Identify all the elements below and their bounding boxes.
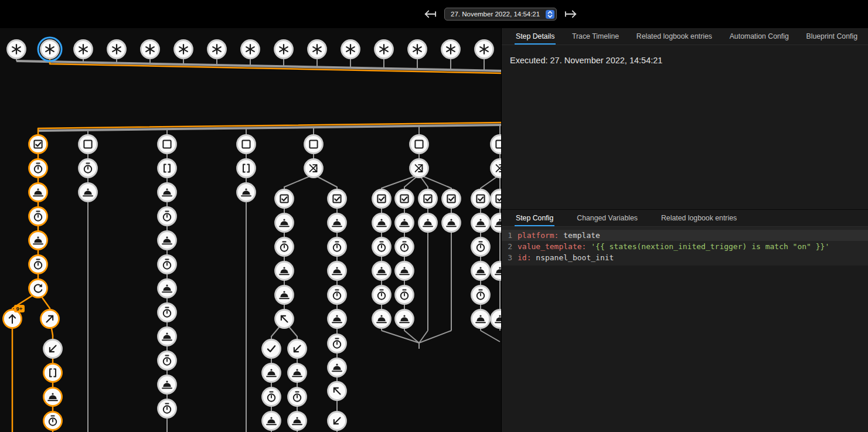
node-service-bell[interactable] <box>396 214 414 232</box>
trigger-node[interactable] <box>241 40 260 59</box>
node-service-bell[interactable] <box>328 310 346 328</box>
node-service-bell[interactable] <box>237 183 256 202</box>
node-service-bell[interactable] <box>79 183 97 202</box>
tab-step-config[interactable]: Step Config <box>515 210 554 226</box>
tab-related-logbook-entries-bottom[interactable]: Related logbook entries <box>660 210 738 226</box>
node-brackets[interactable] <box>237 159 256 178</box>
node-timer[interactable] <box>328 286 346 304</box>
node-service-bell[interactable] <box>263 364 281 382</box>
node-timer[interactable] <box>396 238 414 256</box>
node-service-bell[interactable] <box>328 359 346 377</box>
trigger-node[interactable] <box>342 40 360 59</box>
node-arrow-top-right[interactable] <box>41 310 59 328</box>
node-service-bell[interactable] <box>29 232 47 250</box>
node-arrow-bottom-left[interactable] <box>288 340 307 358</box>
node-service-bell[interactable] <box>472 214 490 232</box>
node-choose[interactable] <box>410 159 428 178</box>
node-timer[interactable] <box>158 352 176 370</box>
tab-changed-variables[interactable]: Changed Variables <box>576 210 639 226</box>
node-service-bell[interactable] <box>288 412 307 430</box>
node-check[interactable] <box>263 340 281 358</box>
node-service-bell[interactable] <box>158 376 176 394</box>
node-service-bell[interactable] <box>275 286 294 304</box>
node-timer[interactable] <box>373 286 391 304</box>
trigger-node[interactable] <box>375 40 393 59</box>
node-timer[interactable] <box>472 238 490 256</box>
node-repeat[interactable] <box>29 280 47 298</box>
node-service-bell[interactable] <box>263 412 281 430</box>
node-timer[interactable] <box>44 412 62 430</box>
node-timer[interactable] <box>79 159 97 178</box>
node-checkbox-blank[interactable] <box>158 135 176 154</box>
trigger-node[interactable] <box>175 40 193 59</box>
trigger-node[interactable] <box>475 40 493 59</box>
node-service-bell[interactable] <box>158 232 176 250</box>
node-checkbox-marked[interactable] <box>29 135 47 154</box>
node-timer[interactable] <box>29 159 47 178</box>
trigger-node[interactable] <box>208 40 226 59</box>
node-timer[interactable] <box>158 400 176 418</box>
node-service-bell[interactable] <box>472 262 490 280</box>
node-service-bell[interactable] <box>29 183 47 202</box>
trigger-node[interactable] <box>108 40 126 59</box>
node-checkbox-marked[interactable] <box>419 190 437 208</box>
tab-trace-timeline[interactable]: Trace Timeline <box>571 28 620 45</box>
trigger-node[interactable] <box>442 40 460 59</box>
node-service-bell[interactable] <box>396 310 414 328</box>
node-timer[interactable] <box>29 208 47 226</box>
node-service-bell[interactable] <box>396 262 414 280</box>
node-checkbox-blank[interactable] <box>410 135 428 154</box>
trigger-node[interactable] <box>275 40 293 59</box>
node-timer[interactable] <box>396 286 414 304</box>
node-timer[interactable] <box>328 238 346 256</box>
node-checkbox-marked[interactable] <box>328 190 346 208</box>
node-arrow-up[interactable] <box>4 310 22 328</box>
node-timer[interactable] <box>373 238 391 256</box>
tab-related-logbook-entries[interactable]: Related logbook entries <box>635 28 713 45</box>
tab-blueprint-config[interactable]: Blueprint Config <box>805 28 859 45</box>
node-checkbox-marked[interactable] <box>472 190 490 208</box>
trigger-node[interactable] <box>409 40 427 59</box>
node-timer[interactable] <box>158 304 176 322</box>
node-timer[interactable] <box>288 388 307 406</box>
node-timer[interactable] <box>328 335 346 353</box>
node-timer[interactable] <box>472 286 490 304</box>
node-checkbox-marked[interactable] <box>275 190 294 208</box>
node-service-bell[interactable] <box>275 214 294 232</box>
trace-date-select[interactable]: 27. November 2022, 14:54:21 <box>444 8 557 21</box>
node-service-bell[interactable] <box>373 262 391 280</box>
previous-trace-button[interactable] <box>423 6 438 22</box>
node-checkbox-blank[interactable] <box>305 135 323 154</box>
step-config-code[interactable]: 1 platform: template 2 value_template: '… <box>502 227 868 266</box>
next-trace-button[interactable] <box>563 6 578 22</box>
node-checkbox-blank[interactable] <box>79 135 97 154</box>
node-timer[interactable] <box>158 256 176 274</box>
node-arrow-bottom-left[interactable] <box>328 412 346 430</box>
node-service-bell[interactable] <box>328 214 346 232</box>
node-arrow-bottom-left[interactable] <box>44 340 62 358</box>
node-timer[interactable] <box>158 208 176 226</box>
node-checkbox-marked[interactable] <box>373 190 391 208</box>
node-checkbox-blank[interactable] <box>237 135 256 154</box>
node-service-bell[interactable] <box>373 310 391 328</box>
node-brackets[interactable] <box>44 364 62 382</box>
node-service-bell[interactable] <box>44 388 62 406</box>
node-arrow-top-left[interactable] <box>275 310 294 328</box>
node-choose[interactable] <box>305 159 323 178</box>
node-timer[interactable] <box>275 238 294 256</box>
trigger-node[interactable] <box>74 40 93 59</box>
tab-step-details[interactable]: Step Details <box>515 28 556 45</box>
node-service-bell[interactable] <box>275 262 294 280</box>
node-service-bell[interactable] <box>373 214 391 232</box>
trigger-node[interactable] <box>8 40 26 59</box>
trigger-node[interactable] <box>141 40 159 59</box>
node-brackets[interactable] <box>158 159 176 178</box>
tab-automation-config[interactable]: Automation Config <box>729 28 790 45</box>
trigger-node[interactable] <box>308 40 326 59</box>
node-service-bell[interactable] <box>158 328 176 346</box>
node-arrow-top-left[interactable] <box>328 382 346 400</box>
node-service-bell[interactable] <box>442 214 461 232</box>
node-service-bell[interactable] <box>288 364 307 382</box>
node-checkbox-marked[interactable] <box>442 190 461 208</box>
node-service-bell[interactable] <box>472 310 490 328</box>
